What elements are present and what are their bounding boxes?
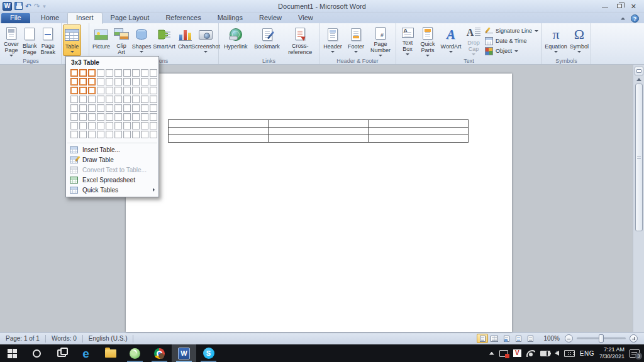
table-size-cell[interactable]: [123, 113, 131, 121]
table-size-cell[interactable]: [79, 122, 87, 129]
bookmark-button[interactable]: Bookmark: [252, 25, 283, 56]
menu-item-draw-table[interactable]: Draw Table: [66, 155, 158, 165]
table-size-cell[interactable]: [150, 122, 157, 129]
volume-muted-icon[interactable]: [555, 351, 559, 356]
tab-file[interactable]: File: [1, 13, 30, 23]
symbol-button[interactable]: Ω Symbol: [569, 25, 590, 56]
save-icon[interactable]: [14, 2, 23, 10]
table-size-cell[interactable]: [141, 96, 148, 103]
table-size-cell[interactable]: [123, 96, 131, 103]
table-size-cell[interactable]: [106, 69, 113, 77]
display-notification-icon[interactable]: [499, 350, 508, 357]
red-v-app-icon[interactable]: V: [513, 349, 521, 357]
table-size-cell[interactable]: [70, 69, 78, 77]
table-size-cell[interactable]: [150, 69, 157, 77]
table-size-cell[interactable]: [150, 96, 157, 103]
table-size-cell[interactable]: [70, 87, 78, 94]
zoom-out-icon[interactable]: [565, 334, 573, 343]
table-size-cell[interactable]: [123, 87, 131, 94]
minimize-button[interactable]: [602, 8, 608, 8]
table-size-cell[interactable]: [88, 96, 96, 103]
document-table-cell[interactable]: [169, 120, 269, 128]
web-layout-view-button[interactable]: [501, 334, 512, 343]
table-size-cell[interactable]: [114, 122, 122, 129]
table-size-cell[interactable]: [132, 104, 140, 112]
zoom-handle[interactable]: [599, 334, 604, 343]
table-size-cell[interactable]: [132, 69, 140, 77]
table-size-cell[interactable]: [106, 96, 113, 103]
page-count[interactable]: Page: 1 of 1: [0, 335, 45, 342]
table-size-cell[interactable]: [79, 104, 87, 112]
object-button[interactable]: Object: [485, 47, 538, 55]
ruler-toggle-icon[interactable]: [635, 67, 643, 75]
table-size-cell[interactable]: [150, 113, 157, 121]
undo-icon[interactable]: ↶: [25, 3, 31, 10]
document-table-cell[interactable]: [269, 120, 369, 128]
zoom-level[interactable]: 100%: [536, 335, 565, 342]
green-browser-button[interactable]: [123, 344, 147, 362]
menu-item-quick-tables[interactable]: Quick Tables: [66, 185, 158, 195]
document-table-cell[interactable]: [169, 128, 269, 135]
picture-button[interactable]: Picture: [91, 25, 112, 56]
table-size-cell[interactable]: [70, 122, 78, 129]
document-table-cell[interactable]: [369, 135, 469, 143]
chrome-button[interactable]: [147, 344, 172, 362]
table-size-cell[interactable]: [88, 122, 96, 129]
table-size-cell[interactable]: [88, 113, 96, 121]
table-size-cell[interactable]: [88, 69, 96, 77]
table-size-cell[interactable]: [97, 131, 104, 138]
screenshot-button[interactable]: Screenshot: [194, 25, 218, 56]
cover-page-button[interactable]: Cover Page: [2, 25, 21, 56]
scrollbar-thumb[interactable]: [635, 84, 643, 231]
table-size-cell[interactable]: [114, 131, 122, 138]
table-size-cell[interactable]: [123, 131, 131, 138]
text-box-button[interactable]: A Text Box: [397, 25, 418, 56]
table-size-cell[interactable]: [114, 96, 122, 103]
tab-view[interactable]: View: [290, 13, 321, 23]
page-number-button[interactable]: # Page Number: [367, 25, 394, 56]
table-size-cell[interactable]: [132, 122, 140, 129]
table-size-cell[interactable]: [97, 69, 104, 77]
file-explorer-button[interactable]: [98, 344, 123, 362]
table-size-cell[interactable]: [106, 104, 113, 112]
start-button[interactable]: [0, 344, 25, 362]
menu-item-insert-table[interactable]: Insert Table...: [66, 145, 158, 155]
help-icon[interactable]: ?: [631, 14, 639, 23]
table-size-cell[interactable]: [97, 78, 104, 85]
table-size-cell[interactable]: [88, 131, 96, 138]
scroll-up-icon[interactable]: [636, 78, 641, 81]
table-size-cell[interactable]: [70, 131, 78, 138]
table-size-cell[interactable]: [150, 87, 157, 94]
table-button[interactable]: Table: [63, 25, 81, 56]
signature-line-button[interactable]: Signature Line: [485, 26, 538, 35]
header-button[interactable]: Header: [321, 25, 345, 56]
table-size-cell[interactable]: [70, 96, 78, 103]
document-table-cell[interactable]: [269, 135, 369, 143]
table-size-cell[interactable]: [106, 78, 113, 85]
table-size-cell[interactable]: [79, 69, 87, 77]
document-table-cell[interactable]: [169, 135, 269, 143]
chart-button[interactable]: Chart: [176, 25, 194, 56]
table-size-cell[interactable]: [79, 131, 87, 138]
tab-references[interactable]: References: [157, 13, 209, 23]
notification-center-icon[interactable]: 3: [630, 349, 640, 358]
cross-reference-button[interactable]: Cross-reference: [282, 25, 318, 56]
menu-item-excel-spreadsheet[interactable]: Excel Spreadsheet: [66, 175, 158, 185]
wordart-button[interactable]: A WordArt: [438, 25, 464, 56]
close-button[interactable]: ✕: [631, 3, 636, 9]
table-size-cell[interactable]: [150, 104, 157, 112]
table-size-cell[interactable]: [106, 87, 113, 94]
restore-button[interactable]: [617, 4, 622, 8]
blank-page-button[interactable]: Blank Page: [21, 25, 39, 56]
table-size-cell[interactable]: [114, 87, 122, 94]
table-size-cell[interactable]: [79, 78, 87, 85]
tray-expand-icon[interactable]: [489, 352, 494, 355]
table-size-cell[interactable]: [141, 131, 148, 138]
zoom-track[interactable]: [577, 337, 626, 339]
language-indicator[interactable]: ENG: [580, 350, 594, 357]
zoom-in-icon[interactable]: [630, 334, 638, 343]
tab-mailings[interactable]: Mailings: [209, 13, 251, 23]
table-size-cell[interactable]: [88, 87, 96, 94]
full-screen-reading-view-button[interactable]: [489, 334, 500, 343]
table-size-cell[interactable]: [132, 78, 140, 85]
